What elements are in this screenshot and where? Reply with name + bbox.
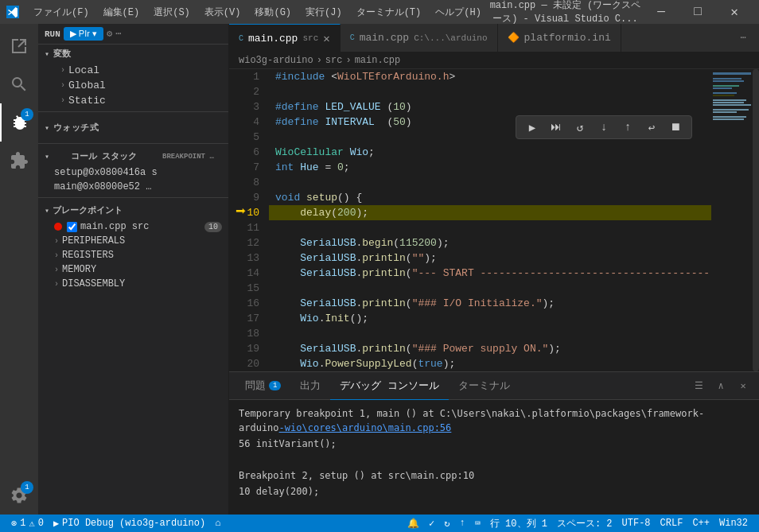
callstack-section: ▾ コール スタック BREAKPOINT で一時停 setup@0x08004… [38, 147, 228, 194]
variables-chevron-icon: ▾ [45, 49, 50, 59]
panel-tab-problems[interactable]: 問題 1 [235, 372, 290, 400]
line-numbers: 1 2 3 4 5 6 7 8 9 ⮕ 10 11 12 13 14 [229, 69, 269, 371]
status-upload-icon-item[interactable]: ↑ [454, 515, 469, 532]
activity-search[interactable] [0, 65, 38, 103]
titlebar-controls: — □ ✕ [643, 0, 753, 24]
panel-content[interactable]: Temporary breakpoint 1, main () at C:\Us… [229, 400, 759, 515]
watch-header[interactable]: ▾ ウォッチ式 [38, 118, 228, 137]
minimize-button[interactable]: — [643, 0, 679, 24]
callstack-item-1[interactable]: main@0x08000e52 … [38, 180, 228, 194]
panel-clear-icon[interactable]: ☰ [689, 376, 708, 395]
settings-badge: 1 [21, 481, 33, 494]
menu-help[interactable]: ヘルプ(H) [429, 4, 488, 21]
disassembly-chevron-icon: › [54, 280, 59, 289]
panel-tab-terminal[interactable]: ターミナル [449, 372, 520, 400]
bp-registers[interactable]: › REGISTERS [38, 248, 228, 262]
variables-header[interactable]: ▾ 変数 [38, 45, 228, 63]
menu-view[interactable]: 表示(V) [198, 4, 247, 21]
panel-maximize-icon[interactable]: ∧ [711, 376, 730, 395]
sidebar: RUN ▶ PIr ▾ ⚙ ⋯ ▾ 変数 › Local › Global › … [38, 24, 229, 515]
line-num-13: 13 [235, 250, 259, 266]
tab-main-cpp[interactable]: C main.cpp src ✕ [229, 24, 341, 52]
tab-main-cpp-arduino[interactable]: C main.cpp C:\...\arduino [341, 24, 498, 52]
status-right: 🔔 ✓ ↻ ↑ ⌨ 行 10、列 1 スペース: 2 UTF-8 CRLF C+… [403, 515, 753, 532]
status-line-ending[interactable]: CRLF [656, 515, 688, 532]
current-line-arrow-icon: ⮕ [235, 205, 247, 220]
activity-settings[interactable]: 1 [0, 476, 38, 515]
breakpoints-header[interactable]: ▾ ブレークポイント [38, 201, 228, 219]
menu-go[interactable]: 移動(G) [248, 4, 298, 21]
code-line-12: SerialUSB.begin(115200); [269, 235, 711, 250]
line-num-12: 12 [235, 235, 259, 250]
run-settings-icon[interactable]: ⚙ [107, 28, 112, 40]
line-num-18: 18 [235, 326, 259, 341]
status-check-icon-item[interactable]: ✓ [424, 515, 439, 532]
status-bell-icon-item[interactable]: 🔔 [403, 515, 424, 532]
callstack-item-0[interactable]: setup@0x0800416a s [38, 165, 228, 180]
tree-item-global[interactable]: › Global [38, 78, 228, 93]
menu-terminal[interactable]: ターミナル(T) [350, 4, 428, 21]
code-line-8 [269, 175, 711, 190]
menu-edit[interactable]: 編集(E) [97, 4, 146, 21]
code-line-15 [269, 281, 711, 296]
status-language[interactable]: C++ [687, 515, 714, 532]
breakpoint-item-main[interactable]: main.cpp src 10 [38, 219, 228, 234]
debug-step-into-button[interactable]: ↓ [593, 118, 615, 137]
run-more-icon[interactable]: ⋯ [115, 28, 121, 40]
registers-chevron-icon: › [54, 251, 59, 260]
global-chevron-icon: › [60, 81, 65, 90]
bp-peripherals[interactable]: › PERIPHERALS [38, 234, 228, 248]
tree-item-static[interactable]: › Static [38, 93, 228, 108]
debug-step-over-button[interactable]: ⏭ [545, 118, 567, 137]
panel-tab-output[interactable]: 出力 [290, 372, 330, 400]
home-icon: ⌂ [215, 518, 220, 529]
code-line-3: #define LED_VALUE (10) [269, 99, 711, 115]
line-num-20: 20 [235, 356, 259, 371]
debug-back-button[interactable]: ↩ [640, 118, 663, 137]
tab-icon-platformio: 🔶 [508, 32, 520, 44]
status-line-col[interactable]: 行 10、列 1 [485, 515, 552, 532]
tab-icon-main-cpp: C [239, 34, 243, 43]
tab-split-icon[interactable]: ⋯ [734, 29, 753, 48]
memory-chevron-icon: › [54, 266, 59, 274]
activity-extensions[interactable] [0, 142, 38, 180]
debug-restart-button[interactable]: ↺ [569, 118, 591, 137]
menu-select[interactable]: 選択(S) [147, 4, 197, 21]
maximize-button[interactable]: □ [679, 0, 716, 24]
status-terminal-icon-item[interactable]: ⌨ [470, 515, 485, 532]
bp-disassembly[interactable]: › DISASSEMBLY [38, 277, 228, 291]
breakpoint-dot [54, 223, 62, 231]
tab-close-main[interactable]: ✕ [323, 32, 329, 45]
breakpoint-checkbox[interactable] [67, 222, 77, 232]
code-line-11 [269, 220, 711, 235]
debug-stop-button[interactable]: ⏹ [664, 118, 687, 137]
bp-memory[interactable]: › MEMORY [38, 262, 228, 277]
error-icon: ⊗ [11, 518, 17, 530]
line-num-10: ⮕ 10 [235, 205, 259, 220]
debug-continue-button[interactable]: ▶ [521, 118, 543, 137]
status-errors[interactable]: ⊗ 1 ⚠ 0 [6, 515, 49, 532]
status-debug-label[interactable]: ▶ PIO Debug (wio3g-arduino) [49, 515, 210, 532]
breakpoints-chevron-icon: ▾ [45, 206, 49, 216]
status-encoding[interactable]: UTF-8 [617, 515, 656, 532]
tab-platformio[interactable]: 🔶 platformio.ini [498, 24, 621, 52]
run-play-button[interactable]: ▶ PIr ▾ [64, 27, 103, 41]
line-num-1: 1 [235, 69, 259, 84]
panel-tab-debug-console[interactable]: デバッグ コンソール [330, 372, 449, 400]
callstack-header[interactable]: ▾ コール スタック BREAKPOINT で一時停 [38, 147, 228, 165]
panel-close-icon[interactable]: ✕ [734, 376, 753, 395]
activity-debug[interactable]: 1 [0, 103, 38, 142]
menu-run[interactable]: 実行(J) [299, 4, 348, 21]
panel-link[interactable]: -wio\cores\arduino\main.cpp:56 [279, 422, 452, 433]
status-home-icon-item[interactable]: ⌂ [210, 515, 225, 532]
tree-item-local[interactable]: › Local [38, 63, 228, 78]
status-sync-icon-item[interactable]: ↻ [439, 515, 454, 532]
warning-icon: ⚠ [29, 518, 34, 530]
status-platform[interactable]: Win32 [714, 515, 753, 532]
debug-step-out-button[interactable]: ↑ [617, 118, 639, 137]
menu-file[interactable]: ファイル(F) [27, 4, 95, 21]
status-spaces[interactable]: スペース: 2 [552, 515, 617, 532]
close-button[interactable]: ✕ [716, 0, 753, 24]
activity-explorer[interactable] [0, 27, 38, 65]
code-content[interactable]: #include <WioLTEforArduino.h> #define LE… [269, 69, 711, 371]
